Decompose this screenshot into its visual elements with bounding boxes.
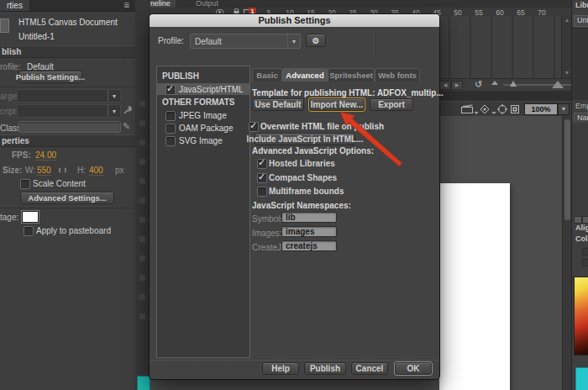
loop-playback-icon[interactable]: ↺ xyxy=(475,79,482,90)
center-frame-icon[interactable] xyxy=(497,104,507,114)
js-namespaces-label: JavaScript Namespaces: xyxy=(252,201,351,210)
format-oam[interactable]: OAM Package xyxy=(157,122,249,134)
divider xyxy=(150,360,439,361)
class-input[interactable] xyxy=(18,121,121,133)
publish-section-header[interactable]: blish xyxy=(0,45,137,58)
tool-icon[interactable] xyxy=(139,256,145,261)
tool-icon[interactable] xyxy=(139,314,145,319)
publish-button[interactable]: Publish xyxy=(304,362,346,375)
width-label: W: xyxy=(25,166,35,175)
format-svg[interactable]: SVG Image xyxy=(157,134,249,146)
color-picker-gradient[interactable] xyxy=(574,277,588,356)
timeline-zoom-slider-thumb[interactable] xyxy=(510,81,517,87)
svg-checkbox[interactable] xyxy=(165,136,176,146)
divider xyxy=(0,208,135,208)
tab-basic[interactable]: Basic xyxy=(252,68,282,82)
tool-icon[interactable] xyxy=(139,198,145,203)
javascript-html-label: JavaScript/HTML xyxy=(179,85,244,94)
symbols-input[interactable] xyxy=(281,212,337,223)
import-new-button[interactable]: Import New... xyxy=(309,98,365,111)
tab-advanced[interactable]: Advanced xyxy=(282,68,328,82)
cancel-button[interactable]: Cancel xyxy=(351,362,388,375)
advanced-settings-button[interactable]: Advanced Settings... xyxy=(20,192,114,204)
format-javascript-html[interactable]: JavaScript/HTML xyxy=(157,83,249,95)
scroll-up-icon[interactable]: ▲ xyxy=(564,17,570,24)
tab-output[interactable]: Output xyxy=(191,0,223,8)
format-jpeg[interactable]: JPEG Image xyxy=(157,109,249,121)
overwrite-html-checkbox[interactable] xyxy=(249,122,259,132)
tab-spritesheet[interactable]: Spritesheet xyxy=(328,68,375,82)
tab-properties[interactable]: rties xyxy=(0,0,30,11)
tab-library[interactable]: Libra xyxy=(575,1,588,9)
clip-content-icon[interactable] xyxy=(511,105,519,113)
color-swatch-cyan[interactable] xyxy=(575,367,588,390)
export-button[interactable]: Export xyxy=(370,98,413,111)
class-edit-pencil-icon[interactable]: ✎ xyxy=(123,121,130,132)
target-dropdown[interactable]: ▼ xyxy=(17,89,121,103)
publish-settings-button[interactable]: Publish Settings... xyxy=(18,71,82,83)
tool-icon[interactable] xyxy=(139,120,145,126)
help-button[interactable]: Help xyxy=(262,362,299,375)
edit-scene-caret-icon[interactable] xyxy=(474,112,479,114)
panel-menu-icon[interactable]: ≣ xyxy=(123,2,130,9)
dialog-profile-dropdown[interactable]: Default ▼ xyxy=(190,34,301,49)
hosted-libraries-checkbox[interactable] xyxy=(257,159,267,169)
compact-shapes-checkbox[interactable] xyxy=(257,173,267,183)
edit-symbols-icon[interactable] xyxy=(480,104,490,114)
width-value[interactable]: 550 xyxy=(37,166,51,176)
hscroll-right-icon[interactable]: ▶ xyxy=(451,81,463,90)
document-type-label: HTML5 Canvas Document xyxy=(18,18,118,27)
stroke-color-button[interactable] xyxy=(582,259,588,266)
document-name[interactable]: Untitled-1 xyxy=(18,32,55,41)
use-default-button[interactable]: Use Default xyxy=(252,98,304,111)
link-dimensions-icon[interactable] xyxy=(57,166,68,174)
fill-color-button[interactable] xyxy=(582,248,588,256)
stage-label: tage: xyxy=(0,213,18,222)
properties-section-header[interactable]: perties xyxy=(0,134,137,147)
tool-icon[interactable] xyxy=(139,236,145,242)
stage-color-swatch[interactable] xyxy=(22,211,39,223)
tool-icon[interactable] xyxy=(139,159,145,165)
library-item-list[interactable] xyxy=(572,123,588,215)
profile-options-gear-button[interactable]: ⚙ xyxy=(306,34,326,47)
zoom-out-frames-icon[interactable] xyxy=(491,81,498,85)
tool-icon[interactable] xyxy=(139,217,145,223)
tool-icon[interactable] xyxy=(139,101,145,107)
tab-webfonts[interactable]: Web fonts xyxy=(375,68,420,82)
zoom-in-frames-icon[interactable] xyxy=(552,81,564,88)
ok-button[interactable]: OK xyxy=(395,362,432,375)
height-value[interactable]: 400 xyxy=(89,166,103,176)
edit-symbols-caret-icon[interactable] xyxy=(491,112,496,114)
script-settings-wrench-icon[interactable] xyxy=(123,106,132,115)
document-icon xyxy=(0,18,9,33)
oam-checkbox[interactable] xyxy=(165,124,176,134)
stage-canvas[interactable] xyxy=(439,183,510,390)
tab-color[interactable]: Colo xyxy=(575,235,588,243)
edit-scene-icon[interactable] xyxy=(461,104,473,113)
new-symbol-icon[interactable] xyxy=(574,216,582,224)
apply-pasteboard-checkbox[interactable] xyxy=(24,226,34,236)
scale-content-checkbox[interactable] xyxy=(20,179,30,189)
createjs-input[interactable] xyxy=(281,240,337,251)
jpeg-checkbox[interactable] xyxy=(165,111,176,121)
fill-color-swatch[interactable] xyxy=(137,376,150,390)
tool-icon[interactable] xyxy=(139,275,145,281)
overwrite-html-label: Overwrite HTML file on publish xyxy=(260,122,384,131)
dialog-title[interactable]: Publish Settings xyxy=(150,14,439,27)
new-folder-icon[interactable] xyxy=(582,216,588,224)
library-document-dropdown[interactable]: Unt xyxy=(574,15,588,27)
images-input[interactable] xyxy=(281,226,337,237)
stage-scrollbar-thumb[interactable] xyxy=(564,119,570,220)
include-javascript-button[interactable]: Include JavaScript In HTML... xyxy=(255,133,355,145)
tab-align[interactable]: Alig xyxy=(575,224,588,232)
tool-icon[interactable] xyxy=(139,178,145,184)
zoom-level-value[interactable]: 100% xyxy=(524,103,558,115)
fps-value[interactable]: 24.00 xyxy=(35,150,56,161)
script-dropdown[interactable]: ▼ xyxy=(17,104,121,118)
zoom-level-dropdown-icon[interactable]: ▼ xyxy=(558,103,570,115)
scroll-down-icon[interactable]: ▼ xyxy=(564,70,570,76)
tool-icon[interactable] xyxy=(139,294,145,300)
javascript-html-checkbox[interactable] xyxy=(165,85,176,95)
tool-icon[interactable] xyxy=(139,140,145,145)
multiframe-bounds-checkbox[interactable] xyxy=(257,187,267,197)
